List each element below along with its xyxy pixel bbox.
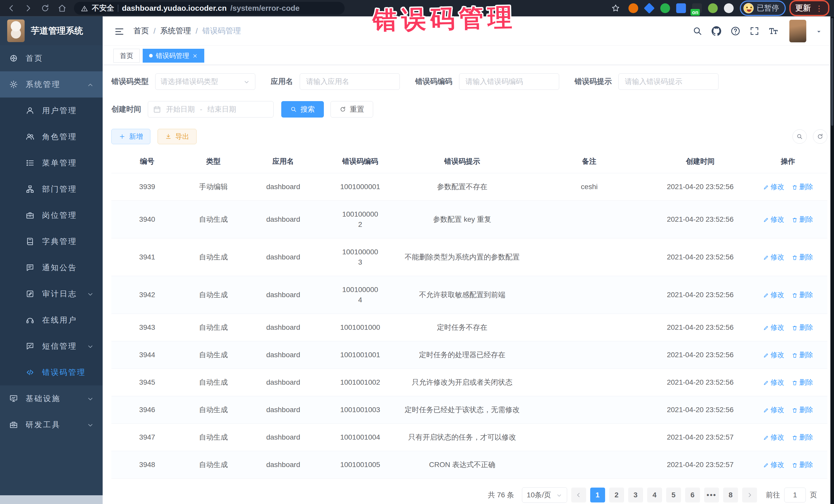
page-button-4[interactable]: 4 <box>647 487 662 502</box>
browser-home-icon[interactable] <box>56 2 69 14</box>
more-pages-button[interactable]: ••• <box>704 487 719 502</box>
edit-link[interactable]: 修改 <box>763 378 785 386</box>
error-message-input[interactable] <box>618 73 719 90</box>
sidebar-item-12[interactable]: 错误码管理 <box>0 359 103 386</box>
edit-link[interactable]: 修改 <box>763 253 785 261</box>
extension-blue-grid[interactable] <box>676 3 686 13</box>
search-button[interactable]: 搜索 <box>281 101 324 117</box>
table-row[interactable]: 3948自动生成dashboard1001001005CRON 表达式不正确20… <box>111 451 827 479</box>
toggle-search-button[interactable] <box>792 129 807 144</box>
edit-link[interactable]: 修改 <box>763 291 785 299</box>
tab-首页[interactable]: 首页 <box>113 49 139 63</box>
delete-link[interactable]: 删除 <box>792 324 813 331</box>
browser-forward-icon[interactable] <box>22 2 35 14</box>
browser-reload-icon[interactable] <box>39 2 52 14</box>
browser-back-icon[interactable] <box>5 2 18 14</box>
sidebar-item-5[interactable]: 部门管理 <box>0 176 103 202</box>
edit-link[interactable]: 修改 <box>763 406 785 414</box>
breadcrumb-item[interactable]: 首页 <box>133 26 149 36</box>
extension-orange-ring[interactable] <box>629 3 638 13</box>
browser-menu-icon[interactable] <box>815 3 824 13</box>
delete-link[interactable]: 删除 <box>792 291 813 299</box>
help-icon[interactable] <box>730 26 741 36</box>
extension-list-on[interactable]: on <box>692 3 702 13</box>
sidebar-item-1[interactable]: 系统管理 <box>0 71 103 97</box>
edit-link[interactable]: 修改 <box>763 324 785 331</box>
page-button-3[interactable]: 3 <box>628 487 643 502</box>
header-search-icon[interactable] <box>692 26 703 36</box>
date-range-picker[interactable]: 开始日期 - 结束日期 <box>148 101 273 117</box>
page-button-1[interactable]: 1 <box>590 487 605 502</box>
sidebar-item-13[interactable]: 基础设施 <box>0 386 103 412</box>
extension-green-check[interactable] <box>660 3 670 13</box>
paused-extension-badge[interactable]: 已暂停 <box>740 1 786 16</box>
page-button-5[interactable]: 5 <box>666 487 681 502</box>
delete-link[interactable]: 删除 <box>792 183 813 191</box>
sidebar-item-6[interactable]: 岗位管理 <box>0 202 103 228</box>
app-name-input[interactable] <box>300 73 400 90</box>
tab-错误码管理[interactable]: 错误码管理 <box>143 49 204 63</box>
table-row[interactable]: 3947自动生成dashboard1001001004只有开启状态的任务，才可以… <box>111 424 827 451</box>
sidebar-item-0[interactable]: 首页 <box>0 45 103 71</box>
table-row[interactable]: 3940自动生成dashboard1001000002参数配置 key 重复20… <box>111 201 827 238</box>
table-row[interactable]: 3944自动生成dashboard1001001001定时任务的处理器已经存在2… <box>111 341 827 369</box>
page-button-6[interactable]: 6 <box>685 487 700 502</box>
goto-page-input[interactable] <box>784 487 806 502</box>
error-type-select[interactable]: 请选择错误码类型 <box>155 73 255 90</box>
delete-link[interactable]: 删除 <box>792 351 813 359</box>
close-tab-icon[interactable] <box>192 52 198 59</box>
delete-link[interactable]: 删除 <box>792 461 813 468</box>
delete-link[interactable]: 删除 <box>792 216 813 223</box>
user-avatar[interactable] <box>789 20 806 42</box>
edit-link[interactable]: 修改 <box>763 461 785 468</box>
prev-page-button[interactable] <box>571 487 586 502</box>
edit-link[interactable]: 修改 <box>763 216 785 223</box>
table-row[interactable]: 3939手动编辑dashboard1001000001参数配置不存在ceshi2… <box>111 173 827 201</box>
edit-link[interactable]: 修改 <box>763 434 785 441</box>
refresh-table-button[interactable] <box>813 129 827 144</box>
table-row[interactable]: 3945自动生成dashboard1001001002只允许修改为开启或者关闭状… <box>111 369 827 396</box>
page-size-select[interactable]: 10条/页 <box>522 487 567 503</box>
add-button[interactable]: 新增 <box>111 129 150 144</box>
table-row[interactable]: 3942自动生成dashboard1001000004不允许获取敏感配置到前端2… <box>111 276 827 314</box>
sidebar-scrollbar[interactable] <box>0 495 103 504</box>
bookmark-star-icon[interactable] <box>609 2 622 14</box>
delete-link[interactable]: 删除 <box>792 378 813 386</box>
sidebar-item-4[interactable]: 菜单管理 <box>0 150 103 176</box>
page-button-8[interactable]: 8 <box>723 487 738 502</box>
collapse-menu-icon[interactable] <box>114 25 125 37</box>
delete-link[interactable]: 删除 <box>792 253 813 261</box>
fullscreen-icon[interactable] <box>749 26 760 36</box>
sidebar-item-10[interactable]: 在线用户 <box>0 307 103 333</box>
table-row[interactable]: 3941自动生成dashboard1001000003不能删除类型为系统内置的参… <box>111 238 827 276</box>
edit-link[interactable]: 修改 <box>763 183 785 191</box>
extension-blue-gem[interactable] <box>644 3 655 13</box>
github-icon[interactable] <box>711 26 722 36</box>
sidebar-item-8[interactable]: 通知公告 <box>0 255 103 281</box>
window-scrollbar[interactable] <box>830 17 834 504</box>
table-row[interactable]: 3946自动生成dashboard1001001003定时任务已经处于该状态，无… <box>111 396 827 424</box>
sidebar-item-11[interactable]: 短信管理 <box>0 333 103 359</box>
sidebar-item-3[interactable]: 角色管理 <box>0 124 103 150</box>
sidebar-item-9[interactable]: 审计日志 <box>0 281 103 307</box>
sidebar-item-2[interactable]: 用户管理 <box>0 97 103 124</box>
sidebar-item-14[interactable]: 研发工具 <box>0 412 103 438</box>
font-size-icon[interactable] <box>768 26 778 36</box>
user-menu-caret-icon[interactable] <box>815 26 823 35</box>
browser-update-button[interactable]: 更新 <box>789 0 829 16</box>
app-logo[interactable]: 芋道管理系统 <box>0 17 103 45</box>
address-bar[interactable]: 不安全 dashboard.yudao.iocoder.cn /system/e… <box>74 2 345 15</box>
breadcrumb-item[interactable]: 系统管理 <box>160 26 191 36</box>
error-code-input[interactable] <box>459 73 559 90</box>
delete-link[interactable]: 删除 <box>792 406 813 414</box>
extension-green-key[interactable] <box>708 3 718 13</box>
extension-puzzle[interactable] <box>724 3 734 13</box>
reset-button[interactable]: 重置 <box>331 101 373 117</box>
sidebar-item-7[interactable]: 字典管理 <box>0 228 103 255</box>
delete-link[interactable]: 删除 <box>792 434 813 441</box>
edit-link[interactable]: 修改 <box>763 351 785 359</box>
next-page-button[interactable] <box>742 487 757 502</box>
breadcrumb-item[interactable]: 错误码管理 <box>202 26 241 36</box>
table-row[interactable]: 3943自动生成dashboard1001001000定时任务不存在2021-0… <box>111 314 827 341</box>
page-button-2[interactable]: 2 <box>609 487 624 502</box>
